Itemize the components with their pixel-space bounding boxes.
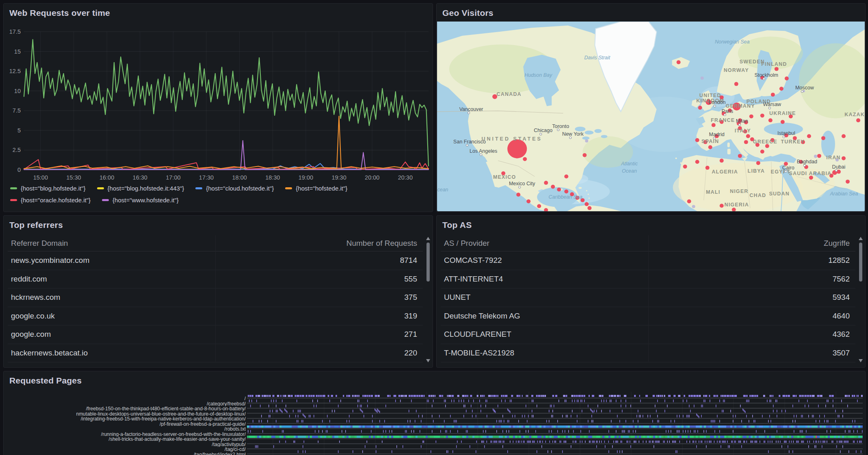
visitor-marker[interactable]	[846, 180, 850, 184]
visitor-marker[interactable]	[564, 175, 568, 179]
series-line[interactable]	[24, 141, 429, 169]
visitor-marker[interactable]	[720, 204, 724, 208]
visitor-marker[interactable]	[507, 139, 527, 158]
visitor-marker[interactable]	[564, 189, 568, 193]
page-axis-label[interactable]: nmutable-linux-desktops-universal-blue-o…	[7, 412, 246, 417]
legend-item[interactable]: {host="oracle.hofstede.it"}	[10, 197, 91, 204]
page-axis-label[interactable]: /	[7, 396, 246, 401]
visitor-marker[interactable]	[557, 188, 561, 192]
scrollbar-thumb[interactable]	[859, 243, 862, 282]
visitor-marker[interactable]	[775, 67, 779, 71]
scroll-up-icon[interactable]	[426, 237, 430, 240]
page-axis-label[interactable]: /freebsd-150-on-the-thinkpad-t480-effici…	[7, 406, 246, 412]
page-axis-label[interactable]: /pf-firewall-on-freebsd-a-practical-guid…	[7, 422, 246, 427]
visitor-marker[interactable]	[683, 165, 687, 169]
visitor-marker[interactable]	[734, 82, 738, 86]
visitor-marker[interactable]	[765, 144, 769, 148]
panel-title[interactable]: Requested Pages	[9, 376, 82, 386]
visitor-marker[interactable]	[817, 154, 821, 158]
series-line[interactable]	[24, 116, 429, 169]
visitor-marker[interactable]	[807, 134, 811, 138]
visitor-marker[interactable]	[821, 136, 825, 140]
page-activity-row[interactable]	[279, 441, 862, 443]
page-axis-label[interactable]: /tag/activitypub/	[7, 442, 246, 447]
visitor-marker[interactable]	[760, 150, 764, 154]
legend-item[interactable]: {host="blog.hofstede.it:443"}	[97, 185, 184, 192]
page-activity-row[interactable]	[247, 436, 863, 438]
panel-title[interactable]: Top AS	[442, 220, 472, 230]
visitor-marker[interactable]	[768, 118, 773, 122]
visitor-marker[interactable]	[760, 114, 764, 118]
visitor-marker[interactable]	[842, 134, 846, 138]
visitor-marker[interactable]	[516, 193, 520, 197]
series-line[interactable]	[24, 39, 429, 166]
page-activity-row[interactable]	[298, 451, 862, 453]
world-map[interactable]: Norwegian SeaDavis StraitHudson BayAtlan…	[437, 22, 865, 211]
page-activity-row[interactable]	[247, 426, 863, 428]
scrollbar-thumb[interactable]	[426, 243, 430, 282]
visitor-marker[interactable]	[523, 157, 527, 161]
visitor-marker[interactable]	[744, 140, 748, 144]
visitor-marker[interactable]	[785, 76, 789, 80]
page-axis-label[interactable]: /shell-tricks-that-actually-make-life-ea…	[7, 437, 246, 442]
page-axis-label[interactable]: /tag/freebsd/index2.html	[7, 452, 246, 455]
visitor-marker[interactable]	[526, 199, 530, 204]
visitor-marker[interactable]	[781, 120, 785, 124]
panel-title[interactable]: Geo Visitors	[442, 8, 494, 18]
visitor-marker[interactable]	[584, 202, 589, 206]
visitor-marker[interactable]	[856, 118, 860, 122]
visitor-marker-secondary[interactable]	[701, 76, 704, 80]
visitor-marker[interactable]	[708, 145, 712, 150]
page-activity-row[interactable]	[261, 414, 843, 418]
visitor-marker-secondary[interactable]	[692, 205, 695, 208]
timeseries-chart[interactable]: 02.557.51012.51517.515:0015:3016:0016:30…	[6, 24, 431, 183]
visitor-marker[interactable]	[706, 166, 710, 170]
legend-item[interactable]: {host="blog.hofstede.it"}	[10, 185, 86, 192]
page-activity-row[interactable]	[248, 430, 863, 433]
visitor-marker[interactable]	[587, 206, 591, 210]
page-axis-label[interactable]: /integrating-freebsd-15-with-freeipa-nat…	[7, 416, 246, 422]
legend-item[interactable]: {host="hofstede.it"}	[285, 185, 347, 192]
page-activity-row[interactable]	[248, 395, 863, 397]
visitor-marker[interactable]	[756, 161, 760, 165]
visitor-marker[interactable]	[749, 115, 753, 119]
scroll-down-icon[interactable]	[859, 359, 863, 362]
page-activity-row[interactable]	[270, 409, 843, 413]
page-axis-label[interactable]: /tag/ci-cd/	[7, 447, 246, 452]
visitor-marker[interactable]	[687, 199, 691, 204]
page-axis-label[interactable]: /robots.txt	[7, 427, 246, 432]
column-header[interactable]: Zugriffe	[647, 239, 856, 248]
visitor-marker[interactable]	[677, 60, 681, 64]
visitor-marker[interactable]	[698, 106, 702, 110]
visitor-marker-secondary[interactable]	[814, 155, 817, 158]
scrollbar[interactable]	[426, 236, 431, 363]
visitor-marker[interactable]	[544, 181, 548, 185]
visitor-marker[interactable]	[779, 87, 784, 91]
panel-title[interactable]: Web Requests over time	[9, 8, 110, 18]
scroll-down-icon[interactable]	[426, 359, 430, 362]
page-activity-row[interactable]	[255, 445, 843, 448]
visitor-marker[interactable]	[842, 156, 846, 160]
visitor-marker[interactable]	[738, 154, 742, 158]
page-axis-label[interactable]: /running-a-factorio-headless-server-on-f…	[7, 432, 246, 437]
visitor-marker[interactable]	[695, 160, 699, 164]
visitor-marker[interactable]	[551, 185, 555, 189]
scroll-up-icon[interactable]	[859, 237, 863, 240]
scrollbar[interactable]	[858, 236, 863, 363]
column-header[interactable]: Number of Requests	[214, 239, 423, 248]
visitor-marker[interactable]	[582, 153, 587, 157]
visitor-marker[interactable]	[695, 138, 699, 142]
visitor-marker[interactable]	[712, 123, 716, 127]
column-header[interactable]: AS / Provider	[441, 239, 647, 248]
visitor-marker[interactable]	[537, 204, 541, 208]
column-header[interactable]: Referrer Domain	[8, 239, 214, 248]
page-activity-row[interactable]	[250, 405, 848, 407]
panel-title[interactable]: Top referrers	[9, 220, 63, 230]
visitor-marker[interactable]	[720, 159, 724, 163]
page-activity-row[interactable]	[249, 400, 858, 403]
legend-item[interactable]: {host="cloud.hofstede.it"}	[195, 185, 274, 192]
visitor-marker-secondary[interactable]	[585, 139, 588, 143]
page-activity-row[interactable]	[253, 420, 855, 423]
visitor-marker[interactable]	[746, 134, 750, 138]
legend-item[interactable]: {host="www.hofstede.it"}	[102, 197, 179, 204]
